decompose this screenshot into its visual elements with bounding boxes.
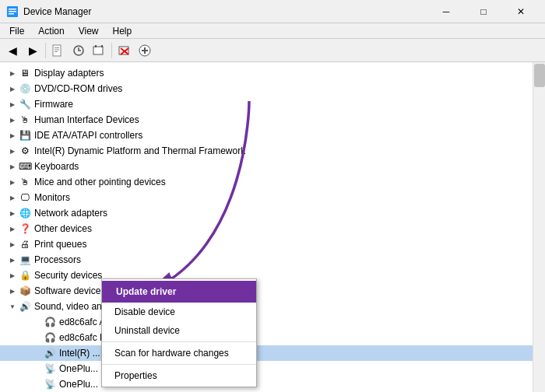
svg-rect-6: [54, 49, 59, 50]
firmware-icon: [19, 98, 31, 110]
svg-rect-1: [9, 9, 16, 10]
tree-item[interactable]: ▶ Human Interface Devices: [0, 112, 533, 128]
tree-item[interactable]: ▶ Keyboards: [0, 159, 533, 174]
tree-item[interactable]: ▶ Intel(R) Dynamic Platform and Thermal …: [0, 143, 533, 159]
processors-icon: [19, 254, 31, 266]
tree-item[interactable]: ▶ Other devices: [0, 221, 533, 236]
expand-icon: ▶: [6, 222, 19, 235]
context-menu: Update driver Disable device Uninstall d…: [101, 278, 257, 387]
tree-item[interactable]: ▶ IDE ATA/ATAPI controllers: [0, 128, 533, 143]
intel-audio-label: Intel(R) ...: [59, 348, 100, 359]
add-button[interactable]: [135, 41, 154, 60]
main-content: ▶ Display adapters ▶ DVD/CD-ROM drives ▶…: [0, 62, 545, 392]
context-menu-item-disable[interactable]: Disable device: [102, 303, 256, 321]
tree-item[interactable]: ▶ Display adapters: [0, 65, 533, 81]
expand-icon: ▶: [6, 82, 19, 95]
a2dp-icon: [44, 316, 56, 328]
intel-platform-label: Intel(R) Dynamic Platform and Thermal Fr…: [34, 145, 245, 156]
expand-icon: [31, 316, 44, 328]
oneplus2-label: OnePlu...: [59, 379, 98, 390]
maximize-button[interactable]: □: [466, 0, 501, 23]
context-menu-item-update[interactable]: Update driver: [102, 281, 256, 303]
disable-device-label: Disable device: [114, 306, 175, 317]
menu-file[interactable]: File: [3, 24, 30, 38]
expand-icon: ▶: [6, 238, 19, 250]
properties-label: Properties: [114, 370, 157, 381]
monitors-icon: [19, 191, 31, 204]
tree-item[interactable]: ▼ Sound, video and game controllers: [0, 299, 533, 314]
svg-rect-7: [54, 51, 58, 52]
svg-rect-3: [9, 13, 14, 15]
expand-icon: ▶: [6, 254, 19, 266]
menu-action[interactable]: Action: [32, 24, 70, 38]
other-devices-label: Other devices: [34, 223, 92, 234]
tree-item[interactable]: ▶ DVD/CD-ROM drives: [0, 81, 533, 96]
tree-sub-item[interactable]: ed8c6afc Hands-Free HF Audio: [0, 330, 533, 345]
menu-bar: File Action View Help: [0, 23, 545, 39]
uninstall-device-label: Uninstall device: [114, 325, 180, 336]
tree-item[interactable]: ▶ Firmware: [0, 96, 533, 112]
oneplus1-label: OnePlu...: [59, 363, 98, 374]
context-menu-item-uninstall[interactable]: Uninstall device: [102, 321, 256, 340]
tree-item[interactable]: ▶ Print queues: [0, 236, 533, 252]
scan-changes-label: Scan for hardware changes: [114, 348, 229, 359]
hid-label: Human Interface Devices: [34, 114, 139, 125]
tree-sub-item[interactable]: Intel(R) ...: [0, 345, 533, 361]
svg-rect-2: [9, 11, 16, 12]
update-button[interactable]: [69, 41, 88, 60]
tree-item[interactable]: ▶ Software devices: [0, 283, 533, 299]
context-menu-item-properties[interactable]: Properties: [102, 366, 256, 385]
expand-icon: [31, 347, 44, 359]
keyboards-label: Keyboards: [34, 161, 79, 172]
context-menu-separator: [102, 341, 256, 342]
close-button[interactable]: ✕: [503, 0, 539, 23]
scrollbar[interactable]: [533, 62, 545, 392]
expand-icon: ▼: [6, 300, 19, 313]
security-label: Security devices: [34, 270, 102, 281]
properties-button[interactable]: [49, 41, 68, 60]
tree-item[interactable]: ▶ Processors: [0, 252, 533, 268]
back-button[interactable]: ◀: [3, 41, 22, 60]
other-devices-icon: [19, 222, 31, 235]
menu-help[interactable]: Help: [107, 24, 139, 38]
print-icon: [19, 238, 31, 250]
expand-icon: ▶: [6, 269, 19, 282]
menu-view[interactable]: View: [72, 24, 105, 38]
scan-button[interactable]: [90, 41, 108, 60]
oneplus2-icon: [44, 378, 56, 390]
intel-platform-icon: [19, 145, 31, 157]
tree-item[interactable]: ▶ Network adapters: [0, 205, 533, 221]
svg-rect-5: [54, 47, 59, 48]
expand-icon: ▶: [6, 176, 19, 188]
expand-icon: ▶: [6, 129, 19, 142]
context-menu-item-scan[interactable]: Scan for hardware changes: [102, 344, 256, 362]
expand-icon: [31, 378, 44, 390]
network-icon: [19, 207, 31, 219]
keyboards-icon: [19, 160, 31, 173]
minimize-button[interactable]: ─: [428, 0, 464, 23]
expand-icon: [31, 331, 44, 344]
tree-sub-item[interactable]: ed8c6afc A2DP SNK: [0, 314, 533, 330]
tree-panel: ▶ Display adapters ▶ DVD/CD-ROM drives ▶…: [0, 62, 533, 392]
svg-rect-11: [101, 45, 103, 47]
firmware-label: Firmware: [34, 99, 73, 110]
svg-rect-10: [95, 45, 97, 47]
tree-sub-item[interactable]: OnePlu...: [0, 361, 533, 376]
tree-item[interactable]: ▶ Mice and other pointing devices: [0, 174, 533, 190]
forward-button[interactable]: ▶: [23, 41, 42, 60]
dvd-label: DVD/CD-ROM drives: [34, 83, 122, 94]
expand-icon: [31, 362, 44, 375]
ide-label: IDE ATA/ATAPI controllers: [34, 130, 142, 141]
display-adapters-icon: [19, 67, 31, 79]
sound-icon: [19, 300, 31, 313]
expand-icon: ▶: [6, 160, 19, 173]
expand-icon: ▶: [6, 114, 19, 126]
remove-button[interactable]: [115, 41, 134, 60]
expand-icon: ▶: [6, 191, 19, 204]
tree-item[interactable]: ▶ Monitors: [0, 190, 533, 205]
ide-icon: [19, 129, 31, 142]
intel-audio-icon: [44, 347, 56, 359]
processors-label: Processors: [34, 254, 81, 265]
tree-sub-item[interactable]: OnePlu...: [0, 376, 533, 392]
tree-item[interactable]: ▶ Security devices: [0, 268, 533, 283]
